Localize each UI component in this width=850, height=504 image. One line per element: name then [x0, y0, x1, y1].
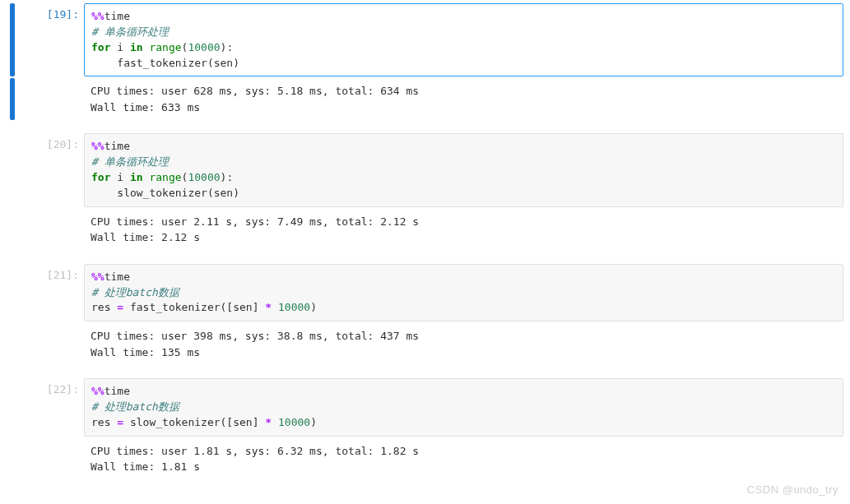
assign-target: res: [91, 301, 117, 313]
selection-gutter: [7, 209, 18, 251]
stdout-text: CPU times: user 2.11 s, sys: 7.49 ms, to…: [84, 209, 843, 251]
range-builtin: range: [149, 41, 181, 53]
code-comment: # 处理batch数据: [91, 400, 179, 413]
input-wrapper[interactable]: %%time # 单条循环处理 for i in range(10000): s…: [84, 133, 843, 206]
stdout-text: CPU times: user 398 ms, sys: 38.8 ms, to…: [84, 323, 843, 365]
eq-operator: =: [117, 416, 123, 428]
call-expr: fast_tokenizer([sen]: [123, 301, 265, 313]
output-wrapper: CPU times: user 2.11 s, sys: 7.49 ms, to…: [84, 209, 843, 251]
mul-operator: *: [265, 416, 272, 428]
for-keyword: for: [91, 41, 110, 53]
magic-percent: %%: [91, 10, 105, 22]
exec-count: 22: [53, 383, 67, 395]
output-cell: CPU times: user 628 ms, sys: 5.18 ms, to…: [7, 78, 843, 120]
input-prompt: [20]:: [18, 133, 84, 206]
input-wrapper[interactable]: %%time # 处理batch数据 res = slow_tokenizer(…: [84, 378, 843, 437]
output-cell: CPU times: user 2.11 s, sys: 7.49 ms, to…: [7, 209, 843, 251]
in-keyword: in: [130, 171, 143, 183]
output-cell: CPU times: user 398 ms, sys: 38.8 ms, to…: [7, 323, 843, 365]
magic-name: time: [105, 10, 130, 22]
selection-gutter: [7, 133, 18, 206]
loop-var: i: [117, 41, 123, 53]
input-prompt: [19]:: [18, 3, 84, 76]
range-arg: 10000: [188, 41, 220, 53]
output-wrapper: CPU times: user 628 ms, sys: 5.18 ms, to…: [84, 78, 843, 120]
selection-gutter: [7, 264, 18, 322]
input-wrapper[interactable]: %%time # 单条循环处理 for i in range(10000): f…: [84, 3, 843, 76]
range-builtin: range: [149, 171, 181, 183]
call-close: ): [310, 301, 317, 313]
output-wrapper: CPU times: user 398 ms, sys: 38.8 ms, to…: [84, 323, 843, 365]
selection-gutter: [7, 323, 18, 365]
code-editor[interactable]: %%time # 单条循环处理 for i in range(10000): f…: [85, 4, 843, 76]
code-cell: [20]: %%time # 单条循环处理 for i in range(100…: [7, 133, 843, 206]
selection-gutter: [7, 3, 18, 76]
loop-var: i: [117, 171, 123, 183]
magic-name: time: [105, 270, 130, 283]
for-keyword: for: [91, 171, 110, 183]
assign-target: res: [91, 416, 117, 428]
watermark-text: CSDN @undo_try: [747, 483, 838, 488]
output-wrapper: CPU times: user 1.81 s, sys: 6.32 ms, to…: [84, 438, 843, 480]
output-prompt: [18, 323, 84, 365]
code-editor[interactable]: %%time # 处理batch数据 res = fast_tokenizer(…: [84, 264, 843, 322]
output-prompt: [18, 78, 84, 120]
num-literal: 10000: [272, 301, 310, 313]
selection-gutter: [7, 438, 18, 480]
selection-gutter: [7, 378, 18, 437]
call-line: fast_tokenizer(sen): [91, 57, 239, 69]
magic-percent: %%: [91, 140, 105, 152]
stdout-text: CPU times: user 628 ms, sys: 5.18 ms, to…: [84, 78, 843, 120]
input-prompt: [21]:: [18, 264, 84, 322]
eq-operator: =: [117, 301, 123, 313]
magic-name: time: [105, 140, 130, 152]
code-comment: # 单条循环处理: [91, 155, 169, 168]
output-cell: CPU times: user 1.81 s, sys: 6.32 ms, to…: [7, 438, 843, 480]
code-comment: # 处理batch数据: [91, 286, 179, 298]
code-cell: [19]: %%time # 单条循环处理 for i in range(100…: [7, 3, 843, 76]
call-expr: slow_tokenizer([sen]: [123, 416, 265, 428]
code-cell: [22]: %%time # 处理batch数据 res = slow_toke…: [7, 378, 843, 437]
exec-count: 19: [53, 8, 67, 21]
call-line: slow_tokenizer(sen): [91, 187, 239, 199]
range-arg: 10000: [188, 171, 220, 183]
magic-percent: %%: [91, 385, 105, 397]
code-cell: [21]: %%time # 处理batch数据 res = fast_toke…: [7, 264, 843, 322]
num-literal: 10000: [272, 416, 310, 428]
code-editor[interactable]: %%time # 处理batch数据 res = slow_tokenizer(…: [84, 378, 843, 437]
call-close: ): [310, 416, 317, 428]
code-comment: # 单条循环处理: [91, 25, 169, 38]
mul-operator: *: [265, 301, 272, 313]
magic-percent: %%: [91, 270, 105, 283]
magic-name: time: [105, 385, 130, 397]
exec-count: 21: [53, 269, 67, 281]
stdout-text: CPU times: user 1.81 s, sys: 6.32 ms, to…: [84, 438, 843, 480]
in-keyword: in: [130, 41, 143, 53]
output-prompt: [18, 209, 84, 251]
input-wrapper[interactable]: %%time # 处理batch数据 res = fast_tokenizer(…: [84, 264, 843, 322]
output-prompt: [18, 438, 84, 480]
selection-gutter: [7, 78, 18, 120]
input-prompt: [22]:: [18, 378, 84, 437]
exec-count: 20: [53, 138, 67, 150]
code-editor[interactable]: %%time # 单条循环处理 for i in range(10000): s…: [84, 133, 843, 206]
